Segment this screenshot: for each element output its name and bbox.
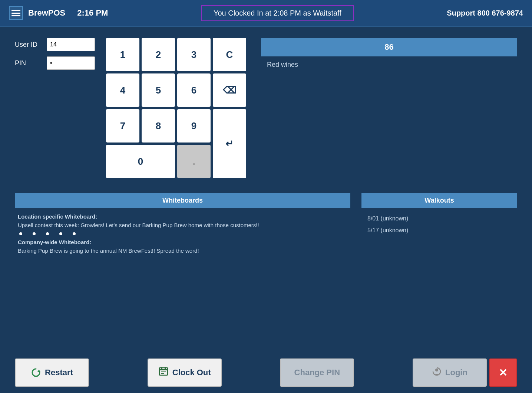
numpad-9[interactable]: 9: [177, 109, 211, 143]
whiteboards-header: Whiteboards: [15, 193, 350, 208]
svg-marker-3: [37, 370, 40, 372]
numpad-clear[interactable]: C: [213, 38, 246, 71]
numpad-3[interactable]: 3: [177, 38, 211, 71]
walkouts-content: 8/01 (unknown) 5/17 (unknown): [361, 208, 517, 241]
numpad-7[interactable]: 7: [106, 109, 139, 143]
numpad: 1 2 3 C 4 5 6 ⌫ 7 8 9 ↵ 0 .: [106, 38, 246, 178]
support-text: Support 800 676-9874: [447, 9, 523, 17]
numpad-backspace[interactable]: ⌫: [213, 73, 246, 107]
svg-rect-6: [161, 367, 162, 369]
close-button[interactable]: ✕: [489, 358, 517, 387]
login-icon: [432, 367, 442, 379]
clock-out-label: Clock Out: [172, 368, 211, 377]
walkouts-header: Walkouts: [361, 193, 517, 208]
whiteboards-content: Location specific Whiteboard: Upsell con…: [15, 208, 350, 259]
restart-button[interactable]: Restart: [15, 358, 89, 387]
pin-input[interactable]: [47, 56, 95, 70]
svg-rect-5: [159, 369, 168, 370]
numpad-enter[interactable]: ↵: [213, 109, 246, 178]
bottom-bar: Restart Clock Out Change PIN: [0, 352, 532, 393]
numpad-5[interactable]: 5: [142, 73, 175, 107]
dot-4: [59, 232, 62, 235]
walkout-1: 8/01 (unknown): [367, 213, 511, 225]
svg-rect-7: [165, 367, 166, 369]
logo-icon: [9, 6, 23, 20]
clock-out-icon: [158, 366, 169, 379]
svg-rect-0: [11, 10, 20, 11]
svg-rect-1: [11, 13, 20, 14]
clock-out-button[interactable]: Clock Out: [148, 358, 222, 387]
pin-label: PIN: [15, 59, 41, 67]
close-icon: ✕: [499, 367, 507, 379]
restart-label: Restart: [45, 368, 73, 377]
change-pin-label: Change PIN: [294, 368, 340, 377]
category-number: 86: [261, 38, 517, 56]
walkouts-panel: Walkouts 8/01 (unknown) 5/17 (unknown): [361, 193, 517, 259]
clock-in-message: You Clocked In at 2:08 PM as Waitstaff: [214, 9, 341, 17]
main-area: User ID PIN 1 2 3 C 4 5 6 ⌫ 7 8 9 ↵: [0, 27, 532, 189]
login-area: User ID PIN 1 2 3 C 4 5 6 ⌫ 7 8 9 ↵: [15, 38, 246, 178]
login-label: Login: [445, 368, 467, 377]
header: BrewPOS 2:16 PM You Clocked In at 2:08 P…: [0, 0, 532, 27]
walkout-2: 5/17 (unknown): [367, 225, 511, 236]
fields: User ID PIN: [15, 38, 95, 70]
lower-section: Whiteboards Location specific Whiteboard…: [0, 193, 532, 259]
whiteboards-panel: Whiteboards Location specific Whiteboard…: [15, 193, 350, 259]
userid-row: User ID: [15, 38, 95, 51]
numpad-0[interactable]: 0: [106, 145, 175, 178]
numpad-1[interactable]: 1: [106, 38, 139, 71]
numpad-4[interactable]: 4: [106, 73, 139, 107]
current-time: 2:16 PM: [77, 8, 108, 18]
location-whiteboard-text: Upsell contest this week: Growlers! Let'…: [18, 221, 347, 230]
change-pin-button[interactable]: Change PIN: [280, 358, 354, 387]
svg-rect-2: [11, 15, 20, 16]
location-whiteboard-label: Location specific Whiteboard:: [18, 213, 97, 220]
numpad-2[interactable]: 2: [142, 38, 175, 71]
numpad-6[interactable]: 6: [177, 73, 211, 107]
app-title: BrewPOS: [28, 8, 65, 18]
company-whiteboard-label: Company-wide Whiteboard:: [18, 239, 91, 245]
svg-point-10: [435, 369, 438, 371]
whiteboard-dots: [18, 229, 347, 238]
login-button[interactable]: Login: [413, 358, 487, 387]
userid-label: User ID: [15, 41, 41, 49]
right-panel: 86 Red wines: [261, 38, 517, 178]
category-name: Red wines: [261, 56, 517, 73]
company-whiteboard-text: Barking Pup Brew is going to the annual …: [18, 247, 347, 255]
numpad-dot[interactable]: .: [177, 145, 211, 178]
restart-icon: [31, 367, 41, 378]
userid-input[interactable]: [47, 38, 95, 51]
dot-5: [73, 232, 76, 235]
header-left: BrewPOS 2:16 PM: [9, 6, 108, 20]
pin-row: PIN: [15, 56, 95, 70]
numpad-8[interactable]: 8: [142, 109, 175, 143]
dot-1: [19, 232, 22, 235]
dot-3: [46, 232, 49, 235]
clock-in-message-box: You Clocked In at 2:08 PM as Waitstaff: [201, 5, 354, 21]
dot-2: [33, 232, 36, 235]
